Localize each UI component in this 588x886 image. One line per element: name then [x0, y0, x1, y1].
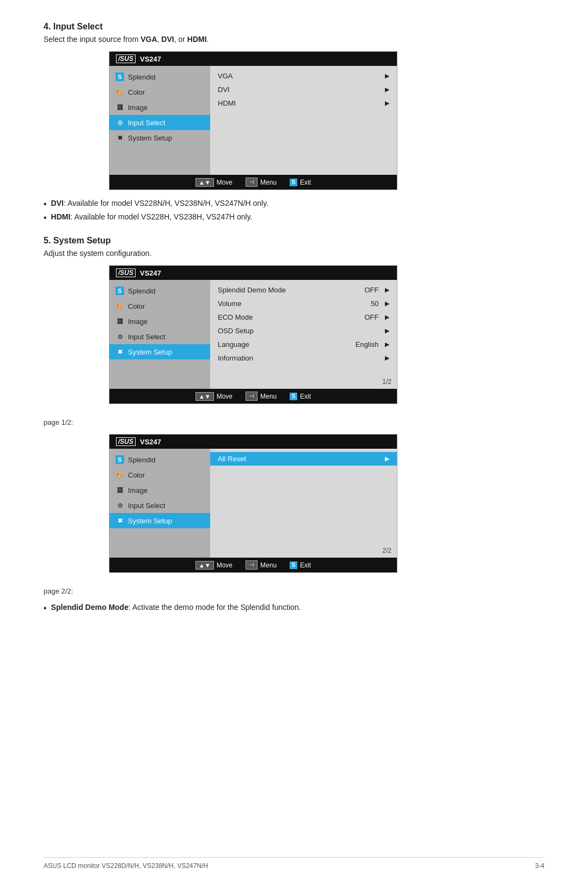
bullet-hdmi: HDMI: Available for model VS228H, VS238H…	[44, 212, 544, 223]
page1-row: /SUS VS247 S Splendid 🎨 Color 🖼 Image	[44, 265, 544, 413]
p2-menu-color: 🎨 Color	[109, 467, 210, 482]
p2-menu-input: ⊙ Input Select	[109, 498, 210, 513]
osd-title: VS247	[140, 55, 161, 63]
p1-eco-mode: ECO Mode OFF ▶	[210, 310, 397, 324]
p2-setup-icon: ✖	[115, 516, 125, 526]
section4-heading: 4. Input Select	[44, 22, 544, 32]
p1-splendid-demo: Splendid Demo Mode OFF ▶	[210, 283, 397, 297]
bullet-splendid-demo: Splendid Demo Mode: Activate the demo mo…	[44, 603, 544, 613]
page-num-p1: 1/2	[382, 378, 391, 386]
asus-logo-p1: /SUS	[116, 268, 136, 277]
section5-title: System Setup	[53, 236, 111, 245]
p2-image-icon: 🖼	[115, 485, 125, 495]
page-footer: ASUS LCD monitor VS228D/N/H, VS238N/H, V…	[44, 857, 544, 870]
footer-exit: S Exit	[290, 179, 311, 186]
p1-splendid-icon: S	[115, 286, 125, 296]
p2-menu-setup: ✖ System Setup	[109, 513, 210, 528]
p1-menu-image: 🖼 Image	[109, 314, 210, 329]
right-item-vga: VGA ▶	[210, 69, 397, 83]
p2-menu-splendid: S Splendid	[109, 452, 210, 467]
menu-item-input-select: ⊙ Input Select	[109, 115, 210, 130]
p1-color-icon: 🎨	[115, 301, 125, 311]
menu-item-image: 🖼 Image	[109, 100, 210, 115]
p1-image-icon: 🖼	[115, 316, 125, 326]
footer-exit-p1: S Exit	[290, 393, 311, 400]
osd-body-p1: S Splendid 🎨 Color 🖼 Image ⊙ Input Selec…	[109, 280, 397, 389]
osd-system-setup-page1: /SUS VS247 S Splendid 🎨 Color 🖼 Image	[109, 265, 397, 404]
p1-menu-input: ⊙ Input Select	[109, 329, 210, 344]
p1-setup-icon: ✖	[115, 347, 125, 357]
menu-item-splendid: S Splendid	[109, 69, 210, 84]
p1-menu-color: 🎨 Color	[109, 298, 210, 314]
footer-move-p2: ▲▼ Move	[195, 561, 232, 570]
osd-body: S Splendid 🎨 Color 🖼 Image ⊙ Input Selec…	[109, 66, 397, 175]
osd-system-setup-page2: /SUS VS247 S Splendid 🎨 Color 🖼 Image	[109, 434, 397, 573]
menu-item-color: 🎨 Color	[109, 84, 210, 100]
page-num-p2: 2/2	[382, 547, 391, 554]
osd-left-p1: S Splendid 🎨 Color 🖼 Image ⊙ Input Selec…	[109, 280, 210, 389]
osd-input-select: /SUS VS247 S Splendid 🎨 Color 🖼 Image	[109, 51, 397, 190]
page1-label: page 1/2:	[44, 418, 544, 426]
p2-all-reset: All Reset ▶	[210, 452, 397, 466]
section5-heading: 5. System Setup	[44, 236, 544, 246]
page2-row: /SUS VS247 S Splendid 🎨 Color 🖼 Image	[44, 434, 544, 582]
osd-right-p1: Splendid Demo Mode OFF ▶ Volume 50 ▶ ECO…	[210, 280, 397, 389]
footer-menu: ⊣ Menu	[246, 178, 277, 187]
input-icon: ⊙	[115, 118, 125, 127]
p2-splendid-icon: S	[115, 455, 125, 465]
p2-color-icon: 🎨	[115, 470, 125, 480]
osd-footer-p1: ▲▼ Move ⊣ Menu S Exit	[109, 389, 397, 404]
osd-title-p1: VS247	[140, 269, 161, 277]
setup-icon: ✖	[115, 133, 125, 143]
section4-desc: Select the input source from VGA, DVI, o…	[44, 35, 544, 44]
footer-menu-p2: ⊣ Menu	[246, 560, 277, 570]
p1-menu-splendid: S Splendid	[109, 283, 210, 298]
osd-right-panel: VGA ▶ DVI ▶ HDMI ▶	[210, 66, 397, 175]
osd-titlebar: /SUS VS247	[109, 52, 397, 66]
osd-footer-p2: ▲▼ Move ⊣ Menu S Exit	[109, 558, 397, 572]
p1-input-icon: ⊙	[115, 332, 125, 341]
section5-bullets: Splendid Demo Mode: Activate the demo mo…	[44, 603, 544, 613]
image-icon: 🖼	[115, 102, 125, 112]
footer-move-p1: ▲▼ Move	[195, 392, 232, 401]
asus-logo: /SUS	[116, 54, 136, 63]
osd-left-p2: S Splendid 🎨 Color 🖼 Image ⊙ Input Selec…	[109, 449, 210, 558]
p2-menu-image: 🖼 Image	[109, 482, 210, 498]
footer-right: 3-4	[535, 862, 544, 870]
p2-input-icon: ⊙	[115, 500, 125, 510]
osd-left-menu: S Splendid 🎨 Color 🖼 Image ⊙ Input Selec…	[109, 66, 210, 175]
p1-information: Information ▶	[210, 351, 397, 365]
footer-move: ▲▼ Move	[195, 178, 232, 187]
color-icon: 🎨	[115, 87, 125, 97]
osd-footer: ▲▼ Move ⊣ Menu S Exit	[109, 175, 397, 190]
section-4: 4. Input Select Select the input source …	[44, 22, 544, 223]
osd-title-p2: VS247	[140, 438, 161, 446]
osd-right-p2: All Reset ▶ 2/2	[210, 449, 397, 558]
splendid-icon: S	[115, 72, 125, 82]
p1-volume: Volume 50 ▶	[210, 297, 397, 310]
section4-number: 4.	[44, 22, 51, 31]
p1-language: Language English ▶	[210, 338, 397, 351]
right-item-hdmi: HDMI ▶	[210, 96, 397, 110]
footer-menu-p1: ⊣ Menu	[246, 392, 277, 401]
osd-body-p2: S Splendid 🎨 Color 🖼 Image ⊙ Input Selec…	[109, 449, 397, 558]
section5-desc: Adjust the system configuration.	[44, 249, 544, 258]
footer-left: ASUS LCD monitor VS228D/N/H, VS238N/H, V…	[44, 862, 208, 870]
bullet-dvi: DVI: Available for model VS228N/H, VS238…	[44, 199, 544, 209]
p1-osd-setup: OSD Setup ▶	[210, 324, 397, 338]
section-5: 5. System Setup Adjust the system config…	[44, 236, 544, 613]
osd-titlebar-p2: /SUS VS247	[109, 435, 397, 449]
p1-menu-setup: ✖ System Setup	[109, 344, 210, 359]
right-item-dvi: DVI ▶	[210, 83, 397, 96]
section4-bullets: DVI: Available for model VS228N/H, VS238…	[44, 199, 544, 223]
page2-label: page 2/2:	[44, 587, 544, 595]
asus-logo-p2: /SUS	[116, 437, 136, 446]
section4-title: Input Select	[53, 22, 103, 31]
section5-number: 5.	[44, 236, 51, 245]
menu-item-system-setup: ✖ System Setup	[109, 130, 210, 145]
footer-exit-p2: S Exit	[290, 561, 311, 569]
osd-titlebar-p1: /SUS VS247	[109, 266, 397, 280]
